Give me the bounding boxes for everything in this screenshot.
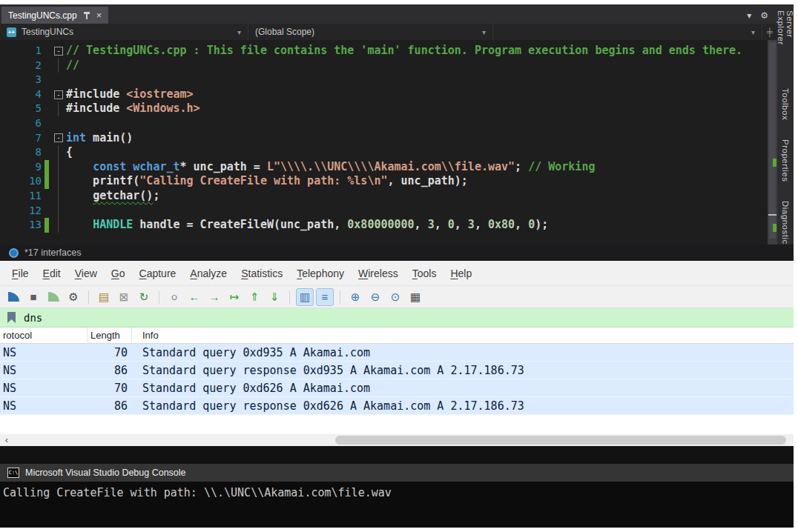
settings-gear-icon[interactable]: ⚙ (760, 10, 768, 21)
menu-telephony[interactable]: Telephony (297, 267, 344, 279)
find-packet-icon[interactable]: ○ (165, 288, 183, 306)
wireshark-title-bar: *17 interfaces (0, 245, 794, 261)
scrollbar-thumb[interactable] (769, 42, 776, 239)
code-text: // TestingUNCs.cpp : This file contains … (66, 44, 742, 59)
change-indicator (42, 174, 51, 189)
column-header-protocol[interactable]: rotocol (0, 327, 88, 343)
scroll-left-icon[interactable]: ‹ (0, 434, 13, 446)
menu-wireless[interactable]: Wireless (358, 267, 398, 279)
packet-info: Standard query response 0xd626 A Akamai.… (132, 399, 794, 413)
side-panel-tab-toolbox[interactable]: Toolbox (781, 88, 790, 120)
packet-row[interactable]: NS70Standard query 0xd935 A Akamai.com (0, 344, 794, 362)
code-editor[interactable]: 1-// TestingUNCs.cpp : This file contain… (0, 40, 777, 245)
console-icon: C:\ (7, 468, 19, 478)
menu-edit[interactable]: Edit (43, 267, 61, 279)
change-indicator (42, 145, 51, 160)
menu-go[interactable]: Go (111, 267, 125, 279)
zoom-original-icon[interactable]: ⊙ (386, 288, 404, 306)
code-line[interactable]: 3 (0, 73, 777, 87)
member-dropdown[interactable]: ▾ (493, 24, 762, 40)
code-line[interactable]: 5#include <Windows.h> (0, 102, 777, 116)
chevron-down-icon: ▾ (751, 28, 755, 36)
capture-options-icon[interactable]: ⚙ (65, 288, 82, 306)
start-capture-icon[interactable] (4, 288, 22, 306)
code-line[interactable]: 1-// TestingUNCs.cpp : This file contain… (0, 44, 777, 59)
go-first-icon[interactable]: ⇑ (245, 288, 263, 306)
code-line[interactable]: 13 HANDLE handle = CreateFileW(unc_path,… (0, 218, 777, 233)
wireshark-window: *17 interfaces FileEditViewGoCaptureAnal… (0, 245, 794, 446)
editor-scrollbar[interactable] (768, 40, 777, 245)
menu-help[interactable]: Help (450, 267, 472, 279)
code-line[interactable]: 2// (0, 59, 777, 73)
menu-tools[interactable]: Tools (412, 267, 437, 279)
fold-collapse-icon[interactable]: - (54, 90, 63, 99)
pin-icon[interactable] (83, 11, 90, 20)
zoom-out-icon[interactable]: ⊖ (366, 288, 384, 306)
zoom-in-icon[interactable]: ⊕ (346, 288, 364, 306)
side-panel-tab-server-explorer[interactable]: Server Explorer (776, 10, 794, 69)
stop-capture-icon[interactable]: ■ (24, 288, 42, 306)
packet-length: 86 (88, 364, 132, 377)
line-number: 8 (0, 145, 42, 160)
change-indicator (42, 44, 51, 59)
menu-view[interactable]: View (75, 267, 97, 279)
code-line[interactable]: 10 printf("Calling CreateFile with path:… (0, 174, 777, 189)
side-panel-tab-diagnostic[interactable]: Diagnostic (781, 201, 790, 245)
code-line[interactable]: 11 getchar(); (0, 189, 777, 204)
line-number: 6 (0, 116, 42, 131)
console-output[interactable]: Calling CreateFile with path: \\.\UNC\\A… (0, 482, 794, 528)
line-number: 1 (0, 44, 42, 59)
packet-row[interactable]: NS70Standard query 0xd626 A Akamai.com (0, 379, 794, 397)
menu-file[interactable]: File (12, 267, 29, 279)
cpp-file-icon: ++ (7, 27, 16, 37)
chevron-down-icon[interactable]: ▾ (747, 10, 751, 21)
fold-column: - (51, 87, 66, 102)
menu-statistics[interactable]: Statistics (241, 267, 283, 279)
auto-scroll-icon[interactable]: ▥ (296, 288, 314, 306)
packet-row[interactable]: NS86Standard query response 0xd626 A Aka… (0, 397, 794, 415)
change-indicator (42, 73, 51, 87)
horizontal-scrollbar[interactable]: ‹ (0, 434, 794, 446)
packet-protocol: NS (0, 346, 88, 359)
open-file-icon[interactable]: ▤ (95, 288, 113, 306)
code-text: const wchar_t* unc_path = L"\\\\.\\UNC\\… (66, 160, 595, 175)
chevron-down-icon: ▾ (482, 28, 486, 36)
filter-bookmark-icon[interactable] (7, 312, 16, 323)
code-line[interactable]: 4-#include <iostream> (0, 87, 777, 102)
close-icon[interactable]: × (96, 10, 102, 20)
resize-columns-icon[interactable]: ▦ (406, 288, 424, 306)
editor-split-handle[interactable]: ╪ (762, 24, 777, 40)
reload-file-icon[interactable]: ↻ (135, 288, 153, 306)
go-back-icon[interactable]: ← (185, 288, 203, 306)
menu-capture[interactable]: Capture (139, 267, 177, 279)
filter-input[interactable]: dns (24, 312, 42, 324)
column-header-length[interactable]: Length (88, 327, 132, 343)
fold-column (51, 174, 66, 189)
column-header-info[interactable]: Info (132, 327, 794, 343)
editor-tab[interactable]: TestingUNCs.cpp × (1, 7, 108, 24)
code-line[interactable]: 12 (0, 204, 777, 219)
go-last-icon[interactable]: ⇓ (266, 288, 283, 306)
code-line[interactable]: 6 (0, 116, 777, 131)
packet-row[interactable]: NS86Standard query response 0xd935 A Aka… (0, 362, 794, 379)
menu-analyze[interactable]: Analyze (190, 267, 227, 279)
line-number: 9 (0, 160, 42, 175)
go-to-packet-icon[interactable]: ↦ (225, 288, 243, 306)
scope-dropdown[interactable]: (Global Scope) ▾ (248, 24, 493, 40)
code-line[interactable]: 8{ (0, 145, 777, 160)
code-line[interactable]: 7-int main() (0, 131, 777, 146)
fold-collapse-icon[interactable]: - (54, 133, 63, 142)
close-file-icon[interactable]: ⊠ (115, 288, 133, 306)
restart-capture-icon[interactable] (44, 288, 62, 306)
fold-column (51, 204, 66, 219)
side-panel-tab-properties[interactable]: Properties (781, 139, 790, 182)
go-forward-icon[interactable]: → (205, 288, 223, 306)
colorize-icon[interactable]: ≡ (316, 288, 334, 306)
fold-column (51, 59, 66, 73)
filter-bar: dns (0, 308, 794, 327)
scrollbar-thumb[interactable] (335, 436, 786, 445)
wireshark-window-title: *17 interfaces (24, 247, 81, 258)
code-line[interactable]: 9 const wchar_t* unc_path = L"\\\\.\\UNC… (0, 160, 777, 175)
fold-collapse-icon[interactable]: - (54, 47, 63, 56)
project-dropdown[interactable]: ++ TestingUNCs ▾ (0, 24, 248, 40)
